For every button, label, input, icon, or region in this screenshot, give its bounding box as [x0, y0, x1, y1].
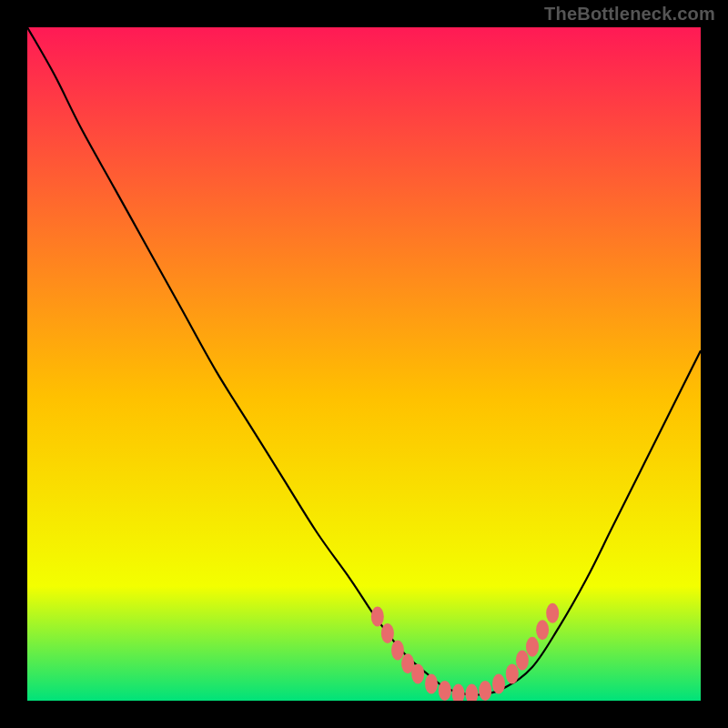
highlight-marker	[536, 620, 549, 640]
chart-svg	[27, 27, 701, 701]
highlight-marker	[526, 637, 539, 657]
chart-frame: TheBottleneck.com	[0, 0, 728, 728]
highlight-marker	[492, 674, 505, 694]
plot-area	[27, 27, 701, 701]
watermark-label: TheBottleneck.com	[544, 4, 715, 25]
highlight-marker	[546, 603, 559, 623]
highlight-marker	[411, 663, 424, 683]
highlight-marker	[425, 674, 438, 694]
highlight-marker	[516, 651, 529, 671]
highlight-marker	[391, 641, 404, 661]
highlight-marker	[371, 607, 384, 627]
highlight-marker	[439, 681, 451, 701]
highlight-marker	[479, 681, 491, 701]
highlight-marker	[381, 623, 394, 643]
highlight-marker	[506, 663, 519, 683]
